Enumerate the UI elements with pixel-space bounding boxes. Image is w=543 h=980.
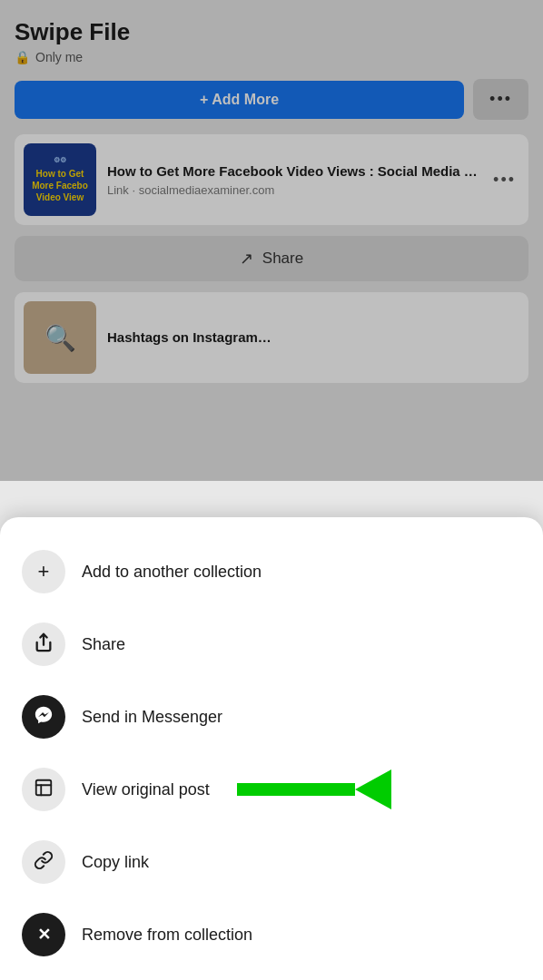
add-more-label: + Add More [200, 92, 279, 108]
bottom-sheet: + Add to another collection Share S [0, 517, 543, 980]
messenger-label: Send in Messenger [82, 708, 222, 727]
add-more-button[interactable]: + Add More [15, 81, 464, 119]
copy-link-label: Copy link [82, 853, 149, 872]
plus-icon: + [38, 560, 50, 583]
card-info: How to Get More Facebook Video Views : S… [107, 162, 479, 198]
add-collection-label: Add to another collection [82, 563, 262, 582]
sheet-item-remove[interactable]: ✕ Remove from collection [0, 898, 543, 971]
card-title-2: Hashtags on Instagram… [107, 328, 519, 347]
svg-rect-1 [36, 779, 52, 795]
share-label: Share [82, 635, 125, 654]
view-original-icon [34, 778, 54, 802]
share-icon-circle [22, 622, 65, 666]
messenger-icon [34, 705, 54, 730]
ellipsis-icon: ••• [489, 90, 512, 108]
messenger-icon-circle [22, 695, 65, 739]
sheet-item-view-original[interactable]: View original post [0, 753, 543, 826]
sheet-item-copy-link[interactable]: Copy link [0, 826, 543, 898]
remove-icon: ✕ [37, 925, 51, 945]
more-options-button[interactable]: ••• [473, 79, 528, 120]
share-arrow-icon: ↗ [240, 249, 253, 269]
share-bar-label: Share [262, 250, 303, 268]
card-info-2: Hashtags on Instagram… [107, 328, 519, 347]
card-title: How to Get More Facebook Video Views : S… [107, 162, 479, 181]
page-title: Swipe File [15, 18, 528, 46]
share-icon [34, 632, 54, 657]
card-item: ⚙⚙ How to GetMore FaceboVideo View How t… [15, 134, 528, 225]
green-arrow-indicator [237, 769, 391, 809]
view-original-label: View original post [82, 780, 210, 799]
link-icon [34, 850, 54, 875]
thumb-text: ⚙⚙ How to GetMore FaceboVideo View [28, 152, 92, 206]
privacy-label: Only me [35, 50, 83, 64]
copy-link-icon-circle [22, 840, 65, 884]
lock-icon: 🔒 [15, 50, 30, 64]
card-dots-button[interactable]: ••• [489, 167, 519, 193]
remove-icon-circle: ✕ [22, 913, 65, 956]
card-meta: Link · socialmediaexaminer.com [107, 183, 479, 197]
card-thumbnail: ⚙⚙ How to GetMore FaceboVideo View [24, 143, 96, 216]
card-item-partial: 🔍 Hashtags on Instagram… [15, 292, 528, 383]
sheet-item-messenger[interactable]: Send in Messenger [0, 681, 543, 753]
remove-label: Remove from collection [82, 926, 252, 945]
share-bar[interactable]: ↗ Share [15, 236, 528, 281]
add-collection-icon-circle: + [22, 550, 65, 593]
sheet-item-share[interactable]: Share [0, 608, 543, 681]
sheet-item-add-collection[interactable]: + Add to another collection [0, 535, 543, 608]
view-original-icon-circle [22, 768, 65, 811]
card-thumbnail-2: 🔍 [24, 301, 96, 374]
